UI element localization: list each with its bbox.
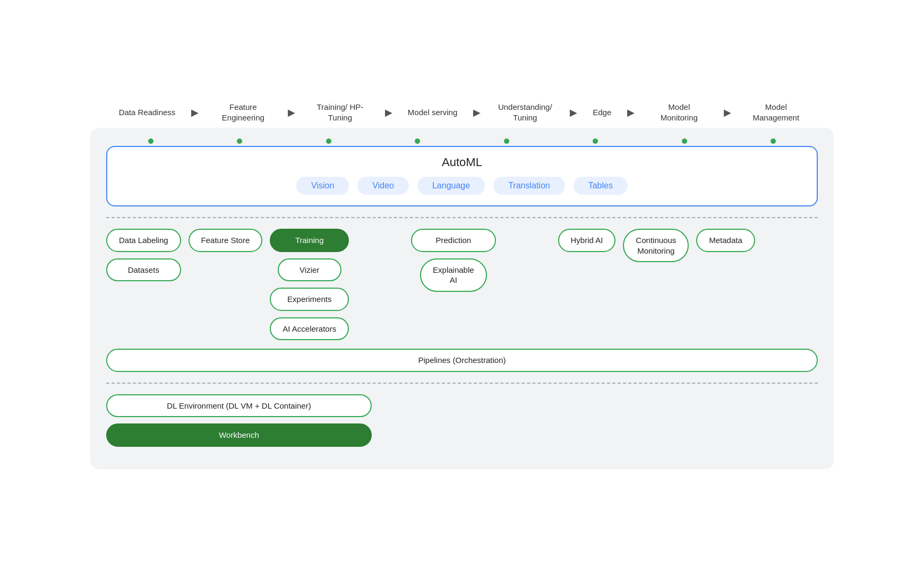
dot-slot-6 [551,139,640,144]
col-training: Training Vizier Experiments AI Accelerat… [270,229,349,340]
col-data: Data Labeling Datasets [106,229,181,281]
pill-experiments: Experiments [270,288,349,311]
pipeline-header: Data Readiness ▶ Feature Engineering ▶ T… [90,102,834,123]
green-dot-5 [504,139,509,144]
green-dot-2 [237,139,242,144]
dashed-line-2 [106,383,818,384]
green-dot-8 [771,139,776,144]
dot-slot-1 [106,139,195,144]
green-dot-3 [326,139,331,144]
arrow-2: ▶ [288,107,295,118]
bottom-section: DL Environment (DL VM + DL Container) Wo… [106,394,818,447]
diagram-wrapper: Data Readiness ▶ Feature Engineering ▶ T… [90,102,834,469]
pill-vizier: Vizier [278,258,341,282]
pill-ai-accelerators: AI Accelerators [270,317,349,341]
pill-data-labeling: Data Labeling [106,229,181,252]
arrow-5: ▶ [570,107,577,118]
col-prediction: Prediction ExplainableAI [411,229,496,292]
green-dot-4 [415,139,420,144]
dot-slot-4 [373,139,463,144]
automl-pill-translation: Translation [493,177,565,195]
pipeline-step-understanding: Understanding/ Tuning [496,102,554,123]
automl-pill-language: Language [417,177,485,195]
dot-slot-8 [729,139,818,144]
automl-pill-tables: Tables [574,177,628,195]
pill-continuous-monitoring: ContinuousMonitoring [623,229,689,262]
arrow-6: ▶ [627,107,635,118]
pill-hybrid-ai: Hybrid AI [558,229,616,252]
dot-slot-3 [284,139,373,144]
automl-title: AutoML [120,155,804,169]
pill-feature-store: Feature Store [189,229,263,252]
middle-section: Data Labeling Datasets Feature Store Tra… [106,229,818,372]
pipeline-step-model-management: Model Management [747,102,805,123]
pipeline-step-training-hp: Training/ HP-Tuning [311,102,369,123]
pill-pipelines: Pipelines (Orchestration) [106,349,818,372]
dashed-line-1 [106,217,818,218]
automl-pill-video: Video [357,177,409,195]
arrow-1: ▶ [191,107,199,118]
pipeline-step-model-monitoring: Model Monitoring [650,102,708,123]
arrow-4: ▶ [473,107,481,118]
dots-row [106,139,818,144]
pill-training: Training [270,229,349,252]
pipeline-step-edge: Edge [593,107,611,118]
dot-slot-7 [640,139,729,144]
workbench-row: Workbench [106,423,818,447]
green-dot-1 [148,139,153,144]
pipeline-step-data-readiness: Data Readiness [119,107,176,118]
pill-explainable-ai: ExplainableAI [420,258,487,292]
pill-workbench: Workbench [106,423,372,447]
green-dot-6 [593,139,598,144]
pill-prediction: Prediction [411,229,496,252]
dl-env-row: DL Environment (DL VM + DL Container) [106,394,818,418]
pipeline-step-model-serving: Model serving [408,107,457,118]
arrow-3: ▶ [385,107,392,118]
pill-dl-env: DL Environment (DL VM + DL Container) [106,394,372,418]
pill-datasets: Datasets [106,258,181,282]
main-area: AutoML Vision Video Language Translation… [90,128,834,469]
pipeline-step-feature-engineering: Feature Engineering [214,102,272,123]
automl-pill-vision: Vision [296,177,349,195]
automl-pills: Vision Video Language Translation Tables [120,177,804,195]
main-pills-row: Data Labeling Datasets Feature Store Tra… [106,229,818,340]
pipelines-row: Pipelines (Orchestration) [106,349,818,372]
dot-slot-5 [462,139,551,144]
dot-slot-2 [195,139,285,144]
automl-section: AutoML Vision Video Language Translation… [106,146,818,206]
pill-metadata: Metadata [696,229,755,252]
arrow-7: ▶ [724,107,731,118]
green-dot-7 [682,139,687,144]
